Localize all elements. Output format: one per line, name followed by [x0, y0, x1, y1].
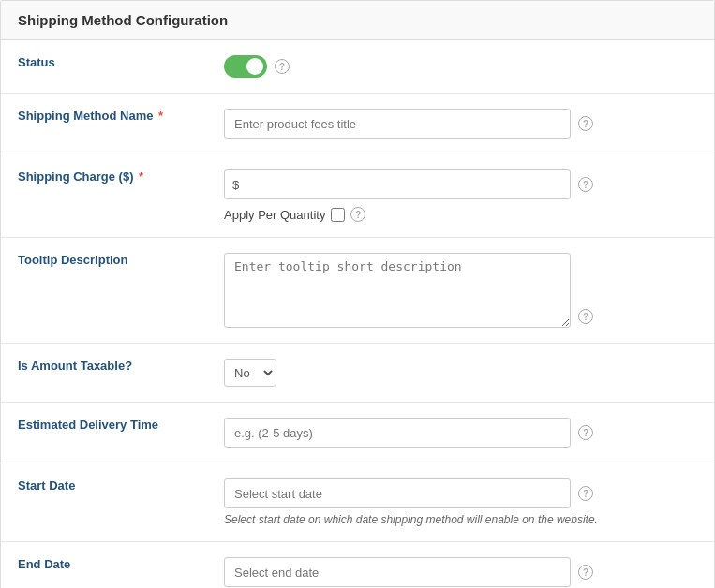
is-amount-taxable-label: Is Amount Taxable? — [1, 344, 207, 403]
shipping-charge-prefix-wrap: $ — [224, 169, 571, 199]
end-date-input-cell: ? — [207, 542, 714, 589]
toggle-slider — [224, 55, 267, 78]
end-date-help-icon[interactable]: ? — [578, 565, 593, 580]
estimated-delivery-row-inner: ? — [224, 418, 697, 448]
status-label: Status — [1, 40, 207, 94]
status-input-cell: ? — [207, 40, 714, 94]
is-amount-taxable-select[interactable]: No Yes — [224, 359, 276, 387]
shipping-method-name-help-icon[interactable]: ? — [578, 116, 593, 131]
estimated-delivery-input[interactable] — [224, 418, 571, 448]
start-date-label: Start Date — [1, 463, 207, 542]
start-date-help-icon[interactable]: ? — [578, 486, 593, 501]
tooltip-description-textarea[interactable] — [224, 253, 571, 328]
required-star: * — [155, 109, 163, 123]
tooltip-description-label: Tooltip Description — [1, 238, 207, 344]
status-toggle[interactable] — [224, 55, 267, 78]
end-date-row: End Date ? — [1, 542, 714, 589]
shipping-method-name-row: Shipping Method Name * ? — [1, 94, 714, 154]
shipping-charge-row-inner: $ ? — [224, 169, 697, 199]
tooltip-description-row-inner: ? — [224, 253, 697, 328]
tooltip-description-help-icon[interactable]: ? — [578, 309, 593, 324]
is-amount-taxable-input-cell: No Yes — [207, 344, 714, 403]
shipping-method-name-input-cell: ? — [207, 94, 714, 154]
end-date-label: End Date — [1, 542, 207, 589]
start-date-row: Start Date ? Select start date on which … — [1, 463, 714, 542]
estimated-delivery-row: Estimated Delivery Time ? — [1, 403, 714, 463]
estimated-delivery-input-cell: ? — [207, 403, 714, 463]
shipping-charge-row: Shipping Charge ($) * $ ? Apply Per Quan… — [1, 154, 714, 238]
required-star2: * — [136, 169, 144, 184]
form-table: Status ? Shipping Method Name * ? — [1, 40, 714, 588]
end-date-input[interactable] — [224, 557, 571, 587]
tooltip-description-input-cell: ? — [207, 238, 714, 344]
start-date-input-cell: ? Select start date on which date shippi… — [207, 463, 714, 542]
end-date-row-inner: ? — [224, 557, 697, 587]
status-row: Status ? — [1, 40, 714, 94]
is-amount-taxable-row: Is Amount Taxable? No Yes — [1, 344, 714, 403]
shipping-charge-label: Shipping Charge ($) * — [1, 154, 207, 238]
shipping-method-name-label: Shipping Method Name * — [1, 94, 207, 154]
apply-per-quantity-label: Apply Per Quantity — [224, 208, 325, 222]
shipping-method-name-input[interactable] — [224, 109, 571, 139]
apply-per-quantity-checkbox[interactable] — [331, 208, 345, 222]
shipping-charge-input[interactable] — [224, 169, 571, 199]
start-date-row-inner: ? — [224, 478, 697, 508]
estimated-delivery-help-icon[interactable]: ? — [578, 425, 593, 440]
tooltip-description-row: Tooltip Description ? — [1, 238, 714, 344]
status-help-icon[interactable]: ? — [275, 59, 290, 74]
shipping-method-name-row-inner: ? — [224, 109, 697, 139]
apply-per-quantity-row: Apply Per Quantity ? — [224, 207, 697, 222]
estimated-delivery-label: Estimated Delivery Time — [1, 403, 207, 463]
shipping-charge-input-cell: $ ? Apply Per Quantity ? — [207, 154, 714, 238]
apply-per-quantity-help-icon[interactable]: ? — [350, 207, 365, 222]
panel-title: Shipping Method Configuration — [1, 1, 714, 40]
start-date-hint: Select start date on which date shipping… — [224, 513, 697, 526]
status-toggle-row: ? — [224, 55, 697, 78]
dollar-prefix: $ — [232, 178, 239, 192]
shipping-charge-help-icon[interactable]: ? — [578, 177, 593, 192]
shipping-method-configuration-panel: Shipping Method Configuration Status ? S… — [0, 0, 715, 588]
start-date-input[interactable] — [224, 478, 571, 508]
